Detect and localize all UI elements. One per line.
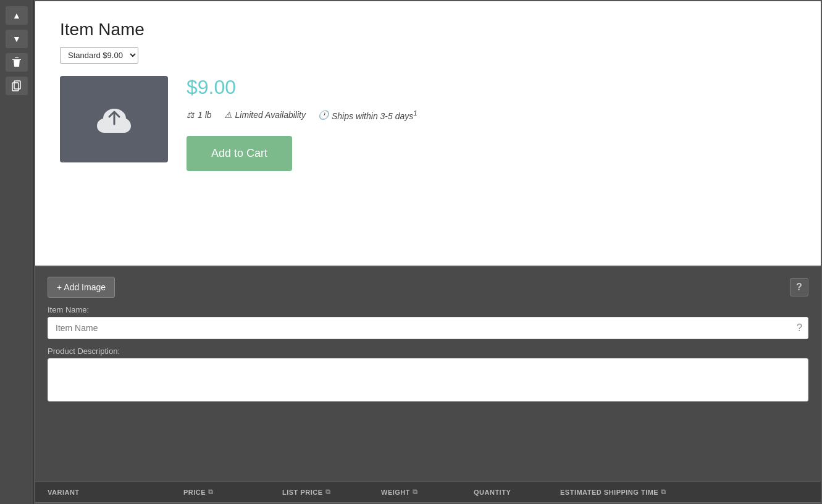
col-quantity-label: QUANTITY [474,489,511,496]
table-header: VARIANT PRICE ⧉ LIST PRICE ⧉ WEIGHT ⧉ QU… [35,481,821,502]
product-info: $9.00 ⚖ 1 lb ⚠ Limited Availability 🕐 Sh… [187,76,796,171]
svg-rect-0 [12,83,19,91]
editor-panel: + Add Image ? Item Name: ? Product Descr… [35,267,821,481]
product-price: $9.00 [187,76,796,99]
item-name-help-icon[interactable]: ? [797,322,802,334]
col-header-list-price: LIST PRICE ⧉ [282,488,381,496]
product-title: Item Name [60,20,796,40]
editor-top-row: + Add Image ? [48,277,808,298]
col-header-est-shipping: ESTIMATED SHIPPING TIME ⧉ [560,488,808,496]
delete-button[interactable] [6,53,28,72]
col-price-copy-icon[interactable]: ⧉ [208,488,214,496]
upload-icon [96,103,133,136]
shipping-value: Ships within 3-5 days1 [332,109,417,121]
warning-icon: ⚠ [224,110,232,120]
weight-icon: ⚖ [187,110,195,120]
product-description-input[interactable] [48,358,808,401]
variant-select[interactable]: Standard $9.00 [60,47,138,64]
add-image-button[interactable]: + Add Image [48,277,115,298]
product-description-label: Product Description: [48,346,808,356]
weight-value: 1 lb [198,110,212,120]
product-preview: Item Name Standard $9.00 $9.00 ⚖ 1 l [35,1,821,267]
svg-rect-1 [14,81,20,89]
main-content: Item Name Standard $9.00 $9.00 ⚖ 1 l [34,0,822,504]
item-name-field-group: Item Name: ? [48,305,808,339]
table-divider [35,502,821,503]
availability-meta: ⚠ Limited Availability [224,110,306,120]
add-to-cart-button[interactable]: Add to Cart [187,136,292,171]
item-name-input-wrapper: ? [48,317,808,339]
product-description-field-group: Product Description: [48,346,808,404]
col-est-shipping-copy-icon[interactable]: ⧉ [661,488,666,496]
weight-meta: ⚖ 1 lb [187,110,212,120]
clock-icon: 🕐 [318,110,329,120]
col-header-quantity: QUANTITY [474,489,560,496]
product-image-box [60,76,168,162]
product-body: $9.00 ⚖ 1 lb ⚠ Limited Availability 🕐 Sh… [60,76,796,171]
col-est-shipping-label: ESTIMATED SHIPPING TIME [560,489,658,496]
help-button[interactable]: ? [790,278,808,296]
col-price-label: PRICE [183,489,206,496]
down-arrow-button[interactable]: ▼ [6,30,28,48]
copy-button[interactable] [6,77,28,95]
col-variant-label: VARIANT [48,489,80,496]
item-name-input[interactable] [48,317,808,339]
col-weight-copy-icon[interactable]: ⧉ [413,488,418,496]
col-list-price-label: LIST PRICE [282,489,323,496]
col-header-variant: VARIANT [48,489,183,496]
col-list-price-copy-icon[interactable]: ⧉ [325,488,331,496]
col-header-price: PRICE ⧉ [183,488,282,496]
col-weight-label: WEIGHT [381,489,410,496]
up-arrow-button[interactable]: ▲ [6,6,28,25]
availability-value: Limited Availability [235,110,306,120]
item-name-label: Item Name: [48,305,808,314]
sidebar: ▲ ▼ [0,0,34,504]
product-meta: ⚖ 1 lb ⚠ Limited Availability 🕐 Ships wi… [187,109,796,121]
shipping-meta: 🕐 Ships within 3-5 days1 [318,109,417,121]
col-header-weight: WEIGHT ⧉ [381,488,474,496]
